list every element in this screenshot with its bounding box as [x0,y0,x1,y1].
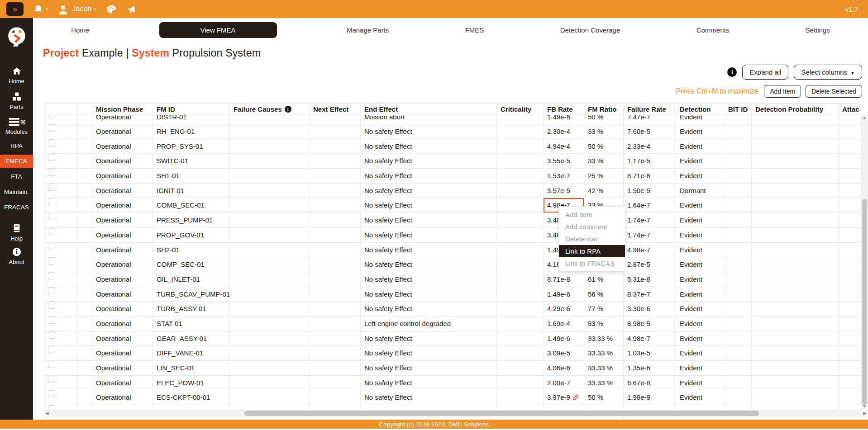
cell-fm_id[interactable]: TURB_ASSY-01 [153,302,230,317]
cell-failure_causes[interactable] [230,154,310,169]
cell-detection[interactable]: Evident [676,115,725,124]
cell-bit_id[interactable] [725,227,752,242]
cell-fb_rate[interactable]: 1.49e-6 [544,287,584,302]
vertical-scrollbar[interactable]: ▲ ▼ [861,114,868,409]
cell-fb_rate[interactable]: 1.69e-4 [544,316,584,331]
cell-fm_ratio[interactable]: 50 % [584,115,624,124]
cell-fb_rate[interactable]: 2.00e-7 [544,375,584,390]
cell-bit_id[interactable] [725,375,752,390]
cell-detection_probability[interactable] [752,227,839,242]
theme-palette-icon[interactable] [106,5,116,14]
cell-fb_rate[interactable]: 3.97e-9 [544,390,584,405]
info-icon[interactable]: i [727,67,737,77]
cell-select[interactable] [44,331,78,346]
row-checkbox[interactable] [48,213,55,220]
cell-fm_id[interactable]: GEAR_ASSY-01 [153,331,230,346]
cell-failure_causes[interactable] [230,124,310,139]
cell-next_effect[interactable] [310,375,361,390]
cell-end_effect[interactable]: No safety Effect [361,390,497,405]
vertical-scrollbar-thumb[interactable] [862,199,867,405]
cell-detection_probability[interactable] [752,302,839,317]
row-checkbox[interactable] [48,361,55,368]
cell-detection[interactable]: Evident [676,213,725,228]
cell-failure_causes[interactable] [230,183,310,198]
cell-fb_rate[interactable]: 4.06e-6 [544,361,584,376]
row-checkbox[interactable] [48,124,55,132]
delete-selected-button[interactable]: Delete Selected [806,85,862,98]
cell-failure_rate[interactable]: 3.30e-6 [624,302,676,317]
cell-failure_causes[interactable] [230,139,310,154]
cell-mission_phase[interactable]: Operational [92,169,153,184]
cell-fm_id[interactable]: OIL_INLET-01 [153,272,230,287]
sidebar-item-fmeca[interactable]: FMECA [0,155,33,168]
cell-criticality[interactable] [497,346,544,361]
cell-mission_phase[interactable]: Operational [92,124,153,139]
cell-next_effect[interactable] [310,257,361,272]
cell-criticality[interactable] [497,154,544,169]
cell-bit_id[interactable] [725,390,752,405]
menu-item-delete-row[interactable]: Delete row [559,233,625,245]
cell-fb_rate[interactable]: 4.94e-4 [544,139,584,154]
cell-detection[interactable]: Dormant [676,183,725,198]
cell-fm_id[interactable]: DIFF_VANE-01 [153,346,230,361]
cell-end_effect[interactable]: No safety Effect [361,198,497,213]
cell-end_effect[interactable]: No safety Effect [361,227,497,242]
cell-next_effect[interactable] [310,183,361,198]
column-header-detection_probability[interactable]: Detection Probability [752,104,839,115]
row-checkbox[interactable] [48,243,55,250]
cell-mission_phase[interactable]: Operational [92,316,153,331]
cell-detection[interactable]: Evident [676,331,725,346]
cell-select[interactable] [44,198,78,213]
cell-fm_ratio[interactable]: 33.33 % [584,346,624,361]
cell-next_effect[interactable] [310,331,361,346]
cell-detection[interactable]: Evident [676,302,725,317]
cell-failure_causes[interactable] [230,257,310,272]
cell-end_effect[interactable]: Left engine control degraded [361,316,497,331]
row-checkbox[interactable] [48,287,55,294]
cell-fm_ratio[interactable]: 33.33 % [584,331,624,346]
cell-select[interactable] [44,154,78,169]
cell-next_effect[interactable] [310,316,361,331]
cell-detection_probability[interactable] [752,242,839,257]
cell-failure_rate[interactable]: 5.31e-8 [624,272,676,287]
column-header-next_effect[interactable]: Next Effect [310,104,361,115]
cell-end_effect[interactable]: No safety Effect [361,154,497,169]
cell-detection[interactable]: Evident [676,124,725,139]
horizontal-scrollbar[interactable]: ◀ ▶ [44,410,868,417]
column-header-mission_phase[interactable]: Mission Phase [92,104,153,115]
cell-next_effect[interactable] [310,346,361,361]
logo[interactable] [5,25,28,51]
row-checkbox[interactable] [48,302,55,309]
cell-fm_id[interactable]: RH_ENG-01 [153,124,230,139]
cell-criticality[interactable] [497,257,544,272]
cell-mission_phase[interactable]: Operational [92,302,153,317]
cell-attachments[interactable] [839,302,861,317]
cell-mission_phase[interactable]: Operational [92,331,153,346]
cell-failure_rate[interactable]: 2.87e-5 [624,257,676,272]
cell-next_effect[interactable] [310,272,361,287]
cell-detection_probability[interactable] [752,390,839,405]
cell-mission_phase[interactable]: Operational [92,139,153,154]
cell-end_effect[interactable]: Mission abort [361,115,497,124]
user-menu[interactable]: Jacob ▾ [58,4,96,15]
select-columns-button[interactable]: Select columns▼ [794,65,862,80]
cell-attachments[interactable] [839,227,861,242]
user-name[interactable]: Jacob [72,5,92,13]
cell-attachments[interactable] [839,124,861,139]
notifications-bell-icon[interactable]: ▾ [33,4,48,14]
cell-failure_rate[interactable]: 1.03e-5 [624,346,676,361]
cell-next_effect[interactable] [310,198,361,213]
cell-fm_ratio[interactable]: 61 % [584,272,624,287]
column-header-select[interactable] [44,104,78,115]
cell-bit_id[interactable] [725,361,752,376]
cell-detection_probability[interactable] [752,124,839,139]
cell-attachments[interactable] [839,183,861,198]
cell-criticality[interactable] [497,115,544,124]
cell-attachments[interactable] [839,346,861,361]
cell-bit_id[interactable] [725,169,752,184]
cell-failure_rate[interactable]: 4.98e-7 [624,242,676,257]
cell-next_effect[interactable] [310,390,361,405]
cell-failure_causes[interactable] [230,213,310,228]
cell-detection_probability[interactable] [752,331,839,346]
cell-fm_id[interactable]: SWITC-01 [153,154,230,169]
